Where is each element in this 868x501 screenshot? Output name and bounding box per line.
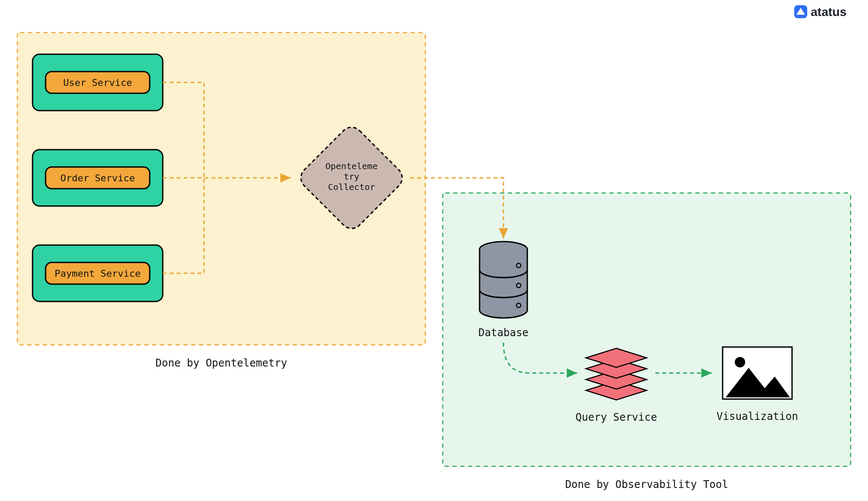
collector-label-3: Collector xyxy=(328,182,375,192)
observability-region-label: Done by Observability Tool xyxy=(565,478,728,491)
opentelemetry-region-label: Done by Opentelemetry xyxy=(155,357,287,369)
svg-point-17 xyxy=(735,357,745,367)
service-payment-label: Payment Service xyxy=(55,268,141,279)
collector-label-2: try xyxy=(344,171,359,182)
collector-label-1: Openteleme xyxy=(326,161,378,171)
service-user-label: User Service xyxy=(63,77,132,88)
service-order: Order Service xyxy=(33,150,163,206)
visualization-node: Visualization xyxy=(717,347,798,422)
database-label: Database xyxy=(478,327,529,339)
brand-logo: atatus xyxy=(794,5,846,19)
visualization-label: Visualization xyxy=(717,410,798,422)
service-payment: Payment Service xyxy=(33,245,163,301)
brand-text: atatus xyxy=(811,5,846,19)
service-user: User Service xyxy=(33,54,163,111)
query-service-label: Query Service xyxy=(575,411,657,423)
service-order-label: Order Service xyxy=(60,173,135,183)
architecture-diagram: atatus Done by Opentelemetry Done by Obs… xyxy=(0,0,868,501)
